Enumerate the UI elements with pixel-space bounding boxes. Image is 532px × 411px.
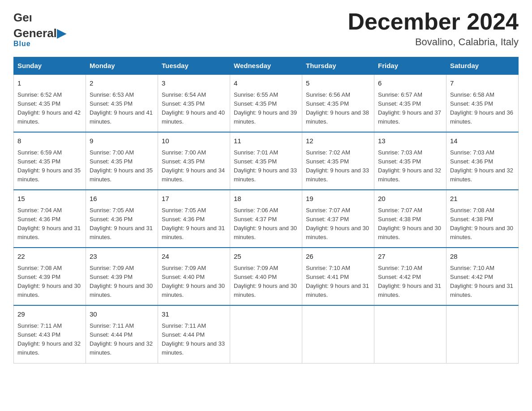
day-number: 24	[162, 252, 226, 262]
day-number: 21	[450, 194, 515, 204]
calendar-cell: 14Sunrise: 7:03 AMSunset: 4:36 PMDayligh…	[446, 132, 519, 190]
day-info: Sunrise: 7:03 AMSunset: 4:35 PMDaylight:…	[378, 148, 442, 184]
calendar-cell: 21Sunrise: 7:08 AMSunset: 4:38 PMDayligh…	[446, 190, 519, 248]
day-number: 7	[450, 78, 515, 89]
day-info: Sunrise: 7:05 AMSunset: 4:36 PMDaylight:…	[162, 206, 226, 242]
day-info: Sunrise: 7:10 AMSunset: 4:42 PMDaylight:…	[450, 264, 515, 300]
day-number: 31	[162, 309, 226, 320]
day-info: Sunrise: 7:08 AMSunset: 4:38 PMDaylight:…	[450, 206, 515, 242]
day-info: Sunrise: 7:03 AMSunset: 4:36 PMDaylight:…	[450, 148, 515, 184]
calendar-cell: 17Sunrise: 7:05 AMSunset: 4:36 PMDayligh…	[158, 190, 230, 248]
day-number: 1	[17, 78, 82, 89]
day-number: 27	[378, 252, 442, 262]
week-row-5: 29Sunrise: 7:11 AMSunset: 4:43 PMDayligh…	[14, 305, 519, 363]
calendar-cell: 31Sunrise: 7:11 AMSunset: 4:44 PMDayligh…	[158, 305, 230, 363]
day-info: Sunrise: 7:11 AMSunset: 4:43 PMDaylight:…	[17, 321, 82, 358]
day-number: 15	[17, 194, 82, 204]
week-row-3: 15Sunrise: 7:04 AMSunset: 4:36 PMDayligh…	[14, 190, 519, 248]
svg-text:General: General	[13, 11, 31, 24]
day-info: Sunrise: 7:08 AMSunset: 4:39 PMDaylight:…	[17, 264, 82, 300]
day-number: 22	[17, 252, 82, 262]
day-number: 30	[90, 309, 154, 320]
day-info: Sunrise: 6:56 AMSunset: 4:35 PMDaylight:…	[306, 90, 370, 127]
calendar-table: SundayMondayTuesdayWednesdayThursdayFrid…	[13, 57, 519, 363]
day-number: 29	[17, 309, 82, 320]
calendar-cell	[230, 305, 302, 363]
day-info: Sunrise: 6:52 AMSunset: 4:35 PMDaylight:…	[17, 90, 82, 127]
day-number: 13	[378, 136, 442, 146]
day-number: 9	[90, 136, 154, 146]
logo-blue-label: Blue	[13, 40, 31, 48]
calendar-cell: 25Sunrise: 7:09 AMSunset: 4:40 PMDayligh…	[230, 248, 302, 305]
day-number: 25	[234, 252, 298, 262]
location-subtitle: Bovalino, Calabria, Italy	[348, 36, 519, 48]
day-info: Sunrise: 7:00 AMSunset: 4:35 PMDaylight:…	[90, 148, 154, 184]
day-info: Sunrise: 7:11 AMSunset: 4:44 PMDaylight:…	[90, 321, 154, 358]
calendar-cell: 4Sunrise: 6:55 AMSunset: 4:35 PMDaylight…	[230, 74, 302, 132]
day-number: 14	[450, 136, 515, 146]
day-number: 28	[450, 252, 515, 262]
day-number: 8	[17, 136, 82, 146]
calendar-cell: 18Sunrise: 7:06 AMSunset: 4:37 PMDayligh…	[230, 190, 302, 248]
day-number: 2	[90, 78, 154, 89]
day-info: Sunrise: 7:10 AMSunset: 4:42 PMDaylight:…	[378, 264, 442, 300]
day-info: Sunrise: 6:54 AMSunset: 4:35 PMDaylight:…	[162, 90, 226, 127]
calendar-cell: 10Sunrise: 7:00 AMSunset: 4:35 PMDayligh…	[158, 132, 230, 190]
day-number: 6	[378, 78, 442, 89]
calendar-cell: 16Sunrise: 7:05 AMSunset: 4:36 PMDayligh…	[86, 190, 158, 248]
day-info: Sunrise: 7:01 AMSunset: 4:35 PMDaylight:…	[234, 148, 298, 184]
calendar-cell: 28Sunrise: 7:10 AMSunset: 4:42 PMDayligh…	[446, 248, 519, 305]
calendar-cell: 20Sunrise: 7:07 AMSunset: 4:38 PMDayligh…	[374, 190, 446, 248]
day-number: 5	[306, 78, 370, 89]
day-number: 23	[90, 252, 154, 262]
day-info: Sunrise: 7:05 AMSunset: 4:36 PMDaylight:…	[90, 206, 154, 242]
logo-icon: General	[13, 9, 31, 27]
calendar-cell: 6Sunrise: 6:57 AMSunset: 4:35 PMDaylight…	[374, 74, 446, 132]
calendar-cell: 26Sunrise: 7:10 AMSunset: 4:41 PMDayligh…	[302, 248, 374, 305]
header-monday: Monday	[86, 57, 158, 75]
week-row-2: 8Sunrise: 6:59 AMSunset: 4:35 PMDaylight…	[14, 132, 519, 190]
calendar-cell: 5Sunrise: 6:56 AMSunset: 4:35 PMDaylight…	[302, 74, 374, 132]
calendar-cell: 29Sunrise: 7:11 AMSunset: 4:43 PMDayligh…	[14, 305, 86, 363]
day-number: 16	[90, 194, 154, 204]
week-row-4: 22Sunrise: 7:08 AMSunset: 4:39 PMDayligh…	[14, 248, 519, 305]
calendar-cell: 13Sunrise: 7:03 AMSunset: 4:35 PMDayligh…	[374, 132, 446, 190]
day-number: 26	[306, 252, 370, 262]
day-number: 10	[162, 136, 226, 146]
day-info: Sunrise: 7:11 AMSunset: 4:44 PMDaylight:…	[162, 321, 226, 358]
header-sunday: Sunday	[14, 57, 86, 75]
calendar-title: December 2024	[348, 9, 519, 34]
day-info: Sunrise: 6:58 AMSunset: 4:35 PMDaylight:…	[450, 90, 515, 127]
calendar-cell: 24Sunrise: 7:09 AMSunset: 4:40 PMDayligh…	[158, 248, 230, 305]
day-info: Sunrise: 7:07 AMSunset: 4:37 PMDaylight:…	[306, 206, 370, 242]
logo: General General▶ Blue	[13, 9, 66, 48]
header-friday: Friday	[374, 57, 446, 75]
day-number: 18	[234, 194, 298, 204]
day-info: Sunrise: 6:55 AMSunset: 4:35 PMDaylight:…	[234, 90, 298, 127]
day-number: 17	[162, 194, 226, 204]
week-row-1: 1Sunrise: 6:52 AMSunset: 4:35 PMDaylight…	[14, 74, 519, 132]
calendar-cell: 30Sunrise: 7:11 AMSunset: 4:44 PMDayligh…	[86, 305, 158, 363]
header-tuesday: Tuesday	[158, 57, 230, 75]
day-info: Sunrise: 7:04 AMSunset: 4:36 PMDaylight:…	[17, 206, 82, 242]
day-info: Sunrise: 6:57 AMSunset: 4:35 PMDaylight:…	[378, 90, 442, 127]
day-info: Sunrise: 7:09 AMSunset: 4:40 PMDaylight:…	[162, 264, 226, 300]
day-info: Sunrise: 7:09 AMSunset: 4:39 PMDaylight:…	[90, 264, 154, 300]
day-info: Sunrise: 7:10 AMSunset: 4:41 PMDaylight:…	[306, 264, 370, 300]
calendar-cell: 22Sunrise: 7:08 AMSunset: 4:39 PMDayligh…	[14, 248, 86, 305]
calendar-cell	[374, 305, 446, 363]
calendar-cell: 23Sunrise: 7:09 AMSunset: 4:39 PMDayligh…	[86, 248, 158, 305]
calendar-cell: 19Sunrise: 7:07 AMSunset: 4:37 PMDayligh…	[302, 190, 374, 248]
calendar-cell: 12Sunrise: 7:02 AMSunset: 4:35 PMDayligh…	[302, 132, 374, 190]
day-number: 3	[162, 78, 226, 89]
calendar-cell	[446, 305, 519, 363]
calendar-cell: 7Sunrise: 6:58 AMSunset: 4:35 PMDaylight…	[446, 74, 519, 132]
calendar-cell: 27Sunrise: 7:10 AMSunset: 4:42 PMDayligh…	[374, 248, 446, 305]
page-header: General General▶ Blue December 2024 Bova…	[13, 9, 519, 48]
logo-blue-text: ▶	[57, 26, 66, 40]
calendar-cell: 3Sunrise: 6:54 AMSunset: 4:35 PMDaylight…	[158, 74, 230, 132]
calendar-cell: 9Sunrise: 7:00 AMSunset: 4:35 PMDaylight…	[86, 132, 158, 190]
calendar-cell: 15Sunrise: 7:04 AMSunset: 4:36 PMDayligh…	[14, 190, 86, 248]
calendar-cell: 11Sunrise: 7:01 AMSunset: 4:35 PMDayligh…	[230, 132, 302, 190]
day-number: 4	[234, 78, 298, 89]
